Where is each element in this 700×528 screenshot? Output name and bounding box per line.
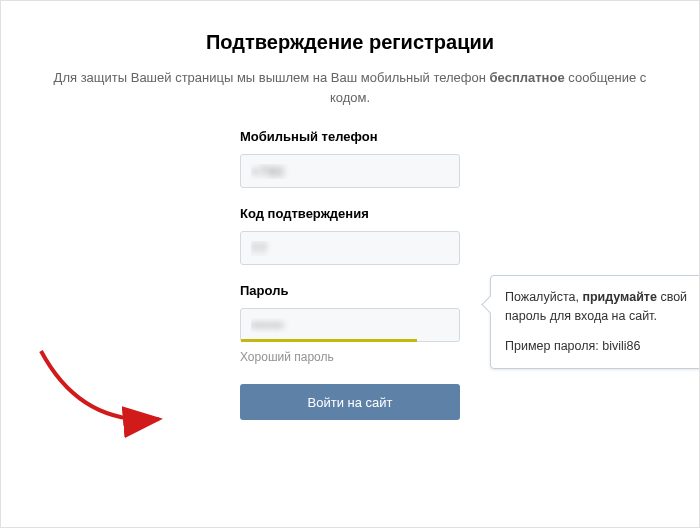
- subtitle-before: Для защиты Вашей страницы мы вышлем на В…: [54, 70, 490, 85]
- password-label: Пароль: [240, 283, 460, 298]
- subtitle-bold: бесплатное: [490, 70, 565, 85]
- password-field-group: Пароль Хороший пароль Пожалуйста, придум…: [240, 283, 460, 364]
- submit-button[interactable]: Войти на сайт: [240, 384, 460, 420]
- password-strength-text: Хороший пароль: [240, 350, 460, 364]
- tooltip-line1-bold: придумайте: [582, 290, 657, 304]
- tooltip-line1-before: Пожалуйста,: [505, 290, 582, 304]
- code-label: Код подтверждения: [240, 206, 460, 221]
- phone-input[interactable]: [240, 154, 460, 188]
- password-strength-bar: [241, 339, 417, 342]
- tooltip-line2-before: Пример пароля:: [505, 339, 602, 353]
- page-subtitle: Для защиты Вашей страницы мы вышлем на В…: [41, 68, 659, 107]
- page-title: Подтверждение регистрации: [41, 31, 659, 54]
- tooltip-line2-value: bivili86: [602, 339, 640, 353]
- password-tooltip: Пожалуйста, придумайте свой пароль для в…: [490, 275, 700, 369]
- code-field-group: Код подтверждения: [240, 206, 460, 265]
- code-input[interactable]: [240, 231, 460, 265]
- password-input[interactable]: [240, 308, 460, 342]
- phone-field-group: Мобильный телефон: [240, 129, 460, 188]
- phone-label: Мобильный телефон: [240, 129, 460, 144]
